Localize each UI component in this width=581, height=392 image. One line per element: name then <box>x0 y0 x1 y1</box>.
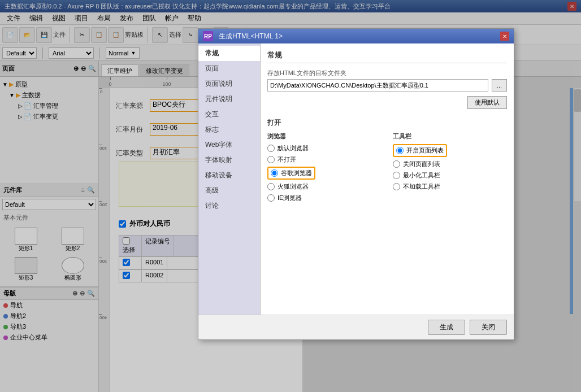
dialog-close-icon[interactable]: ✕ <box>500 32 509 41</box>
dialog-radio-open-pagelist-input[interactable] <box>396 147 404 154</box>
dialog-close-button[interactable]: 关闭 <box>470 320 507 335</box>
dialog-nav-interaction[interactable]: 交互 <box>198 107 260 122</box>
dialog-nav-font-map[interactable]: 字体映射 <box>198 153 260 168</box>
dialog-radio-close-pagelist-input[interactable] <box>393 160 400 168</box>
dialog-radio-ie: IE浏览器 <box>267 194 381 202</box>
dialog-radio-firefox-input[interactable] <box>267 183 275 190</box>
dialog-toolbar-col: 工具栏 开启页面列表 关闭页面列表 <box>393 132 507 205</box>
dialog-body: 常规 页面 页面说明 元件说明 交互 标志 Web字体 字体映射 移动设备 高级… <box>198 43 514 315</box>
dialog-radio-ie-input[interactable] <box>267 194 275 202</box>
dialog-footer: 生成 关闭 <box>198 315 514 339</box>
dialog-radio-firefox: 火狐浏览器 <box>267 182 381 191</box>
dialog-radio-open-pagelist-highlight: 开启页面列表 <box>393 144 447 157</box>
dialog-toolbar-col-title: 工具栏 <box>393 132 507 141</box>
dialog-open-section: 打开 浏览器 默认浏览器 不打开 <box>267 118 507 205</box>
dialog-title: 生成HTML<HTML 1> <box>219 32 283 41</box>
dialog-use-default-button[interactable]: 使用默认 <box>467 96 507 109</box>
dialog-radio-chrome-highlight: 谷歌浏览器 <box>267 167 315 180</box>
dialog-nav-general[interactable]: 常规 <box>198 46 260 61</box>
dialog-radio-no-toolbar-input[interactable] <box>393 183 400 190</box>
dialog-radio-chrome: 谷歌浏览器 <box>267 167 381 180</box>
dialog-radio-minimize-toolbar-label: 最小化工具栏 <box>403 171 440 180</box>
dialog-open-row: 浏览器 默认浏览器 不打开 <box>267 132 507 205</box>
dialog-radio-no-toolbar-label: 不加载工具栏 <box>403 182 440 191</box>
dialog-nav-mobile[interactable]: 移动设备 <box>198 168 260 183</box>
generate-html-dialog: RP 生成HTML<HTML 1> ✕ 常规 页面 页面说明 元件说明 交互 标… <box>198 28 514 340</box>
dialog-radio-firefox-label: 火狐浏览器 <box>278 182 309 191</box>
dialog-nav-widget-desc[interactable]: 元件说明 <box>198 92 260 107</box>
dialog-radio-default-browser: 默认浏览器 <box>267 144 381 153</box>
pp-logo: RP <box>203 31 213 41</box>
dialog-browser-col-title: 浏览器 <box>267 132 381 141</box>
dialog-radio-open-pagelist: 开启页面列表 <box>393 144 507 157</box>
dialog-radio-default-browser-input[interactable] <box>267 145 275 152</box>
dialog-nav-logo[interactable]: 标志 <box>198 122 260 137</box>
dialog-radio-default-browser-label: 默认浏览器 <box>278 144 309 153</box>
dialog-radio-close-pagelist-label: 关闭页面列表 <box>403 160 440 168</box>
dialog-nav-web-font[interactable]: Web字体 <box>198 137 260 153</box>
dialog-radio-no-open-input[interactable] <box>267 156 275 163</box>
dialog-browser-col: 浏览器 默认浏览器 不打开 <box>267 132 381 205</box>
dialog-generate-button[interactable]: 生成 <box>428 320 465 335</box>
dialog-nav-page-desc[interactable]: 页面说明 <box>198 76 260 92</box>
dialog-radio-chrome-label: 谷歌浏览器 <box>281 169 312 177</box>
dialog-nav-page[interactable]: 页面 <box>198 61 260 76</box>
dialog-radio-ie-label: IE浏览器 <box>278 194 302 202</box>
dialog-open-section-title: 打开 <box>267 118 507 128</box>
dialog-file-path-input[interactable] <box>267 79 488 92</box>
dialog-radio-open-pagelist-label: 开启页面列表 <box>406 146 444 155</box>
dialog-radio-close-pagelist: 关闭页面列表 <box>393 160 507 168</box>
dialog-radio-no-open-label: 不打开 <box>278 155 296 164</box>
dialog-radio-chrome-input[interactable] <box>271 169 278 177</box>
dialog-section-title: 常规 <box>267 50 507 63</box>
dialog-file-group: 存放HTML文件的目标文件夹 ... 使用默认 <box>267 69 507 109</box>
dialog-nav: 常规 页面 页面说明 元件说明 交互 标志 Web字体 字体映射 移动设备 高级… <box>198 43 261 315</box>
dialog-radio-no-toolbar: 不加载工具栏 <box>393 182 507 191</box>
dialog-titlebar: RP 生成HTML<HTML 1> ✕ <box>198 29 514 43</box>
dialog-file-row: ... <box>267 79 507 92</box>
dialog-content: 常规 存放HTML文件的目标文件夹 ... 使用默认 打开 <box>261 43 514 315</box>
dialog-file-label: 存放HTML文件的目标文件夹 <box>267 69 507 77</box>
dialog-overlay: RP 生成HTML<HTML 1> ✕ 常规 页面 页面说明 元件说明 交互 标… <box>0 0 581 392</box>
dialog-radio-no-open: 不打开 <box>267 155 381 164</box>
dialog-radio-minimize-toolbar: 最小化工具栏 <box>393 171 507 180</box>
dialog-nav-discuss[interactable]: 讨论 <box>198 198 260 214</box>
dialog-nav-advanced[interactable]: 高级 <box>198 183 260 198</box>
dialog-radio-minimize-toolbar-input[interactable] <box>393 172 400 179</box>
dialog-browse-button[interactable]: ... <box>492 79 507 92</box>
